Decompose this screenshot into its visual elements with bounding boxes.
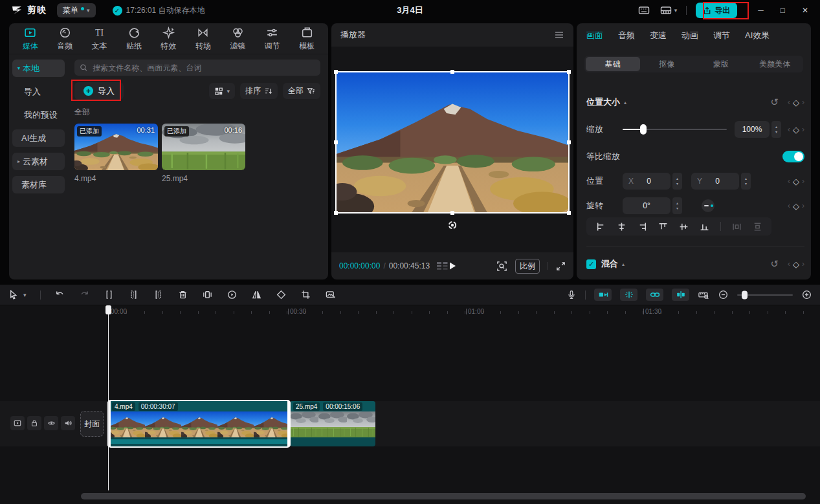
tab-ai-effects[interactable]: AI效果 (745, 30, 770, 41)
window-maximize-button[interactable]: □ (781, 6, 785, 15)
fullscreen-icon[interactable] (556, 261, 566, 271)
tab-animation[interactable]: 动画 (681, 30, 698, 41)
scale-value[interactable]: 100% (735, 121, 770, 138)
keyframe-control[interactable]: ‹ ◇ › (788, 177, 804, 186)
redo-icon[interactable] (79, 289, 90, 300)
subtab-basic[interactable]: 基础 (586, 57, 640, 71)
timeline-ruler[interactable]: 00:00 00:30 01:00 01:30 (78, 305, 820, 318)
align-right-icon[interactable] (637, 222, 647, 232)
tab-picture[interactable]: 画面 (586, 30, 603, 41)
record-voiceover-icon[interactable] (566, 289, 577, 300)
window-minimize-button[interactable]: ─ (758, 6, 764, 15)
sidebar-item-ai-generate[interactable]: AI生成 (12, 129, 65, 147)
playhead-handle[interactable] (105, 305, 111, 314)
linkage-toggle[interactable] (646, 289, 663, 301)
reverse-icon[interactable] (227, 289, 238, 300)
window-close-button[interactable]: ✕ (802, 6, 808, 15)
aspect-ratio-button[interactable]: 比例 (515, 259, 540, 274)
keyframe-diamond-icon[interactable]: ◇ (793, 259, 799, 269)
playhead[interactable] (105, 305, 111, 490)
position-y-field[interactable]: Y 0 (691, 173, 739, 190)
sort-button[interactable]: 排序 (240, 83, 278, 99)
search-bar[interactable] (74, 60, 320, 76)
filter-button[interactable]: 全部 (283, 83, 320, 99)
hide-track-icon[interactable] (44, 416, 58, 430)
trim-right-icon[interactable] (153, 289, 164, 300)
timeline-zoom-slider[interactable] (737, 294, 793, 296)
mute-track-icon[interactable] (61, 416, 75, 430)
subtab-cutout[interactable]: 抠像 (640, 57, 694, 71)
tab-adjust[interactable]: 调节 (255, 26, 289, 52)
trim-left-icon[interactable] (128, 289, 139, 300)
clip-trim-handle-right[interactable] (287, 401, 291, 446)
keyframe-diamond-icon[interactable]: ◇ (793, 201, 799, 211)
crop-icon[interactable] (300, 289, 311, 300)
split-icon[interactable] (104, 289, 115, 300)
tab-transitions[interactable]: 转场 (186, 26, 220, 52)
delete-icon[interactable] (177, 289, 188, 300)
tab-audio-settings[interactable]: 音频 (618, 30, 635, 41)
keyframe-control[interactable]: ‹ ◇ › (788, 259, 804, 269)
freeze-frame-icon[interactable] (202, 289, 213, 300)
keyframe-control[interactable]: ‹ ◇ › (788, 98, 804, 107)
player-canvas[interactable] (331, 47, 573, 252)
align-bottom-icon[interactable] (700, 222, 709, 232)
rotate-handle-icon[interactable] (447, 220, 458, 230)
rotation-stepper[interactable]: ▴▾ (672, 197, 682, 214)
resize-handle[interactable] (334, 70, 338, 74)
shortcut-keyboard-icon[interactable] (637, 4, 650, 17)
search-input[interactable] (91, 63, 315, 73)
reset-icon[interactable]: ↺ (770, 258, 779, 270)
distribute-vertical-icon[interactable] (753, 222, 762, 232)
resize-handle[interactable] (334, 140, 338, 144)
tab-speed[interactable]: 变速 (650, 30, 667, 41)
sidebar-item-presets[interactable]: 我的预设 (12, 106, 65, 124)
align-middle-vertical-icon[interactable] (679, 222, 689, 232)
clip-thumbnail[interactable]: 已添加 00:31 (74, 124, 158, 170)
resize-handle[interactable] (450, 211, 454, 215)
distribute-horizontal-icon[interactable] (732, 222, 742, 232)
keyframe-control[interactable]: ‹ ◇ › (788, 201, 804, 211)
blend-checkbox[interactable]: ✓ (586, 259, 596, 269)
keyframe-diamond-icon[interactable]: ◇ (793, 98, 799, 107)
zoom-in-icon[interactable] (801, 289, 812, 300)
timeline-body[interactable]: 00:00 00:30 01:00 01:30 封面 4.mp4 00 (0, 305, 820, 503)
align-top-icon[interactable] (658, 222, 668, 232)
video-preview[interactable] (335, 71, 570, 214)
scale-slider[interactable] (623, 129, 727, 130)
track-type-icon[interactable] (10, 416, 25, 430)
tab-media[interactable]: 媒体 (13, 26, 47, 52)
mirror-icon[interactable] (251, 289, 262, 300)
keyframe-control[interactable]: ‹ ◇ › (788, 125, 804, 135)
resize-handle[interactable] (334, 211, 338, 215)
collapse-icon[interactable]: ▴ (622, 261, 625, 267)
media-clip-card[interactable]: 已添加 00:16 25.mp4 (162, 124, 245, 183)
position-x-field[interactable]: X 0 (623, 173, 670, 190)
extract-frame-icon[interactable] (325, 289, 337, 300)
view-mode-button[interactable]: ▾ (209, 83, 235, 99)
main-track-magnet-toggle[interactable] (594, 289, 612, 301)
media-clip-card[interactable]: 已添加 00:31 4.mp4 (74, 124, 158, 183)
horizontal-scrollbar[interactable] (81, 493, 806, 499)
cover-button[interactable]: 封面 (80, 411, 104, 437)
keyframe-diamond-icon[interactable]: ◇ (793, 125, 799, 135)
align-left-icon[interactable] (596, 222, 606, 232)
uniform-scale-toggle[interactable] (782, 151, 804, 162)
rotation-field[interactable]: 0° (623, 197, 670, 214)
sidebar-item-cloud-assets[interactable]: ▸ 云素材 (12, 153, 65, 170)
timeline-clip-1[interactable]: 4.mp4 00:00:30:07 (109, 401, 289, 446)
chevron-down-icon[interactable]: ▾ (23, 292, 27, 298)
export-button[interactable]: 导出 (696, 3, 737, 18)
resize-handle[interactable] (567, 140, 571, 144)
timeline-clip-2[interactable]: 25.mp4 00:00:15:06 (290, 401, 375, 446)
position-x-stepper[interactable]: ▴▾ (672, 173, 682, 190)
resize-handle[interactable] (567, 70, 571, 74)
resize-handle[interactable] (567, 211, 571, 215)
sidebar-item-import[interactable]: 导入 (12, 83, 65, 100)
preview-axis-toggle[interactable] (672, 289, 689, 301)
sidebar-item-local[interactable]: ▾ 本地 (12, 60, 65, 77)
tab-stickers[interactable]: 贴纸 (116, 26, 151, 52)
keyframe-diamond-icon[interactable]: ◇ (793, 177, 799, 186)
menu-button[interactable]: 菜单 ▾ (57, 3, 96, 17)
tab-text[interactable]: TI 文本 (82, 26, 116, 52)
